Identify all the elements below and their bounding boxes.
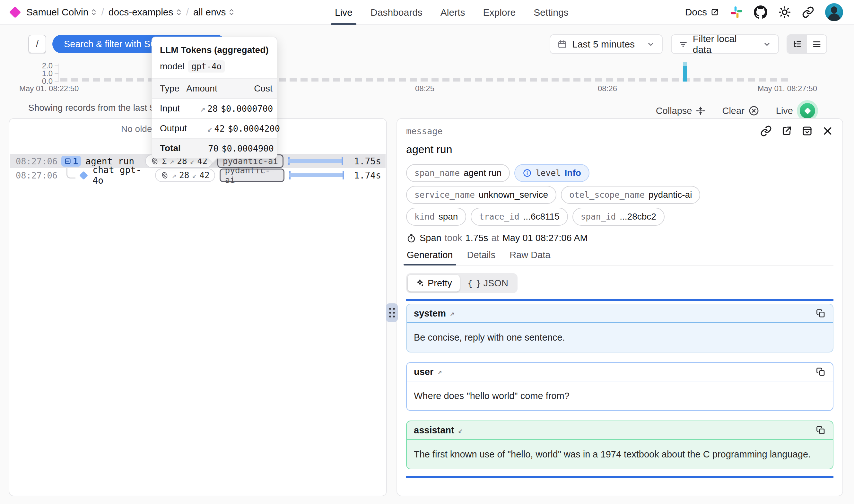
collapse-label: Collapse [656, 106, 692, 116]
token-usage-pill[interactable]: ↗ 28 ↙ 42 [155, 168, 215, 182]
span-detail-panel: message agent run span_name [397, 118, 843, 496]
share-link-icon[interactable] [802, 6, 814, 18]
nav-tab-live[interactable]: Live [333, 0, 355, 25]
x-axis-tick-0825: 08:25 [415, 84, 434, 93]
info-icon [523, 168, 532, 178]
timing-took-word: took [445, 233, 462, 243]
tree-connector-line [67, 168, 75, 179]
breadcrumb-separator: / [101, 7, 104, 18]
theme-toggle-sun-icon[interactable] [778, 6, 791, 19]
collapse-children-badge[interactable]: 1 [61, 156, 81, 167]
y-tick-mark [55, 73, 58, 74]
scope-tag[interactable]: pydantic-ai [220, 168, 285, 182]
close-panel-icon[interactable] [822, 125, 833, 137]
env-switcher[interactable]: all envs [193, 7, 234, 18]
child-count: 1 [73, 156, 78, 166]
detail-tabs: Generation Details Raw Data [406, 250, 833, 266]
nav-tab-settings[interactable]: Settings [532, 0, 570, 25]
span-attributes: span_name agent run level Info service_n… [406, 164, 833, 226]
open-in-new-icon[interactable] [781, 125, 792, 137]
message-role: assistant [414, 425, 454, 436]
pretty-view-button[interactable]: Pretty [408, 275, 460, 291]
filter-label: Filter local data [693, 33, 758, 55]
span-name: chat gpt-4o [92, 165, 150, 186]
nav-tab-explore[interactable]: Explore [481, 0, 518, 25]
output-arrow-icon: ↙ [192, 171, 197, 179]
nav-tab-alerts[interactable]: Alerts [439, 0, 467, 25]
copy-message-button[interactable] [816, 367, 826, 377]
y-tick-mark [55, 66, 58, 66]
attr-level[interactable]: level Info [514, 164, 589, 182]
message-card-system: system ↗ Be concise, reply with one sent… [406, 304, 833, 353]
list-view-button[interactable] [807, 35, 826, 53]
user-avatar[interactable] [825, 3, 843, 21]
time-range-dropdown[interactable]: Last 5 minutes [550, 34, 662, 54]
message-text: The first known use of "hello, world" wa… [407, 440, 833, 469]
timing-duration: 1.75s [466, 233, 488, 243]
timing-span-word: Span [420, 233, 441, 243]
token-coin-icon [161, 171, 169, 179]
chevron-sort-icon [91, 8, 97, 16]
org-switcher[interactable]: Samuel Colvin [26, 7, 97, 18]
docs-link[interactable]: Docs [685, 7, 719, 18]
clear-label: Clear [722, 106, 744, 116]
incoming-arrow-icon: ↙ [458, 426, 462, 435]
attr-trace-id[interactable]: trace_id ...6c8115 [471, 208, 568, 226]
copy-link-icon[interactable] [760, 125, 772, 137]
attr-service-name[interactable]: service_name unknown_service [406, 186, 557, 204]
json-label: JSON [484, 278, 508, 289]
trace-time: 08:27:06 [16, 156, 57, 166]
project-name: docs-examples [109, 7, 174, 18]
chevron-sort-icon [229, 8, 234, 16]
json-view-button[interactable]: { } JSON [460, 275, 516, 291]
main-nav: Live Dashboards Alerts Explore Settings [333, 0, 570, 25]
live-label: Live [776, 106, 793, 116]
panel-kicker: message [406, 126, 443, 136]
external-link-icon [710, 8, 719, 17]
duration-value: 1.74s [349, 170, 381, 181]
attr-span-name[interactable]: span_name agent run [406, 164, 510, 182]
filter-local-data-dropdown[interactable]: Filter local data [671, 34, 779, 54]
time-range-value: Last 5 minutes [572, 39, 635, 50]
nav-tab-dashboards[interactable]: Dashboards [368, 0, 424, 25]
input-arrow-icon: ↗ [200, 104, 205, 114]
span-title: agent run [406, 143, 833, 156]
collapse-vertical-icon [696, 106, 705, 115]
y-axis-line [58, 64, 59, 82]
top-bar: Samuel Colvin / docs-examples / all envs [0, 0, 854, 25]
slack-icon[interactable] [730, 6, 743, 19]
collapse-button[interactable]: Collapse [656, 106, 706, 116]
attr-span-id[interactable]: span_id ...28cbc2 [573, 208, 665, 226]
chevron-down-icon [763, 40, 771, 49]
top-actions: Docs [685, 3, 843, 21]
calendar-icon [557, 39, 567, 49]
attr-kind[interactable]: kind span [406, 208, 466, 226]
panel-resize-handle[interactable] [386, 303, 398, 322]
chevron-sort-icon [176, 8, 182, 16]
tooltip-title: LLM Tokens (aggregated) [152, 37, 277, 55]
tab-generation[interactable]: Generation [406, 250, 454, 265]
copy-message-button[interactable] [816, 425, 826, 435]
tree-view-button[interactable] [787, 35, 807, 53]
project-switcher[interactable]: docs-examples [109, 7, 182, 18]
dock-panel-icon[interactable] [801, 125, 813, 137]
copy-message-button[interactable] [816, 308, 826, 318]
duration-bar [288, 156, 343, 166]
breadcrumb: Samuel Colvin / docs-examples / all envs [11, 7, 234, 18]
attr-otel-scope[interactable]: otel_scope_name pydantic-ai [561, 186, 700, 204]
tab-raw-data[interactable]: Raw Data [509, 250, 551, 265]
duration-value: 1.75s [348, 156, 381, 167]
output-tokens: 42 [199, 170, 209, 180]
x-axis-start-label: May 01. 08:22:50 [19, 84, 79, 93]
github-icon[interactable] [754, 5, 767, 19]
tab-details[interactable]: Details [467, 250, 496, 265]
model-value: gpt-4o [188, 60, 225, 73]
pretty-label: Pretty [428, 278, 452, 289]
list-view-icon [812, 39, 822, 49]
trace-row-chat-gpt4o[interactable]: 08:27:06 chat gpt-4o ↗ 28 ↙ 42 pydantic-… [10, 168, 386, 182]
detail-panel-actions [760, 125, 833, 137]
histogram-bar[interactable] [683, 62, 687, 82]
env-name: all envs [193, 7, 226, 18]
clear-button[interactable]: Clear [722, 105, 759, 116]
slash-shortcut-key: / [28, 35, 46, 53]
